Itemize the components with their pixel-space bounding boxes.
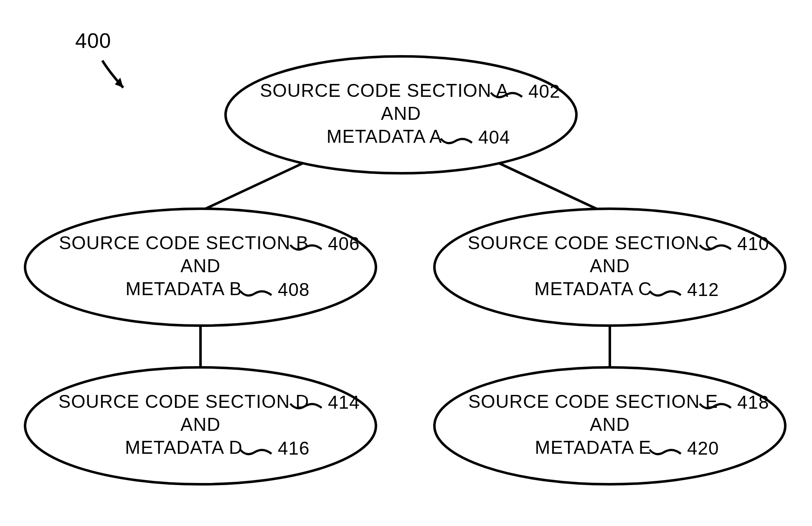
node-c-ref2: 412 xyxy=(687,279,719,300)
node-c-ref1: 410 xyxy=(737,233,769,254)
node-c-line3: METADATA C xyxy=(534,278,652,299)
node-e-ref1: 418 xyxy=(737,392,769,412)
node-a-ref2: 404 xyxy=(478,127,510,147)
node-c: SOURCE CODE SECTION C AND METADATA C 410… xyxy=(434,209,785,326)
node-a-line3: METADATA A xyxy=(327,126,442,147)
node-d-ref1: 414 xyxy=(328,392,360,412)
node-b-ref1: 406 xyxy=(328,233,360,254)
node-a-and: AND xyxy=(381,103,421,124)
node-b-and: AND xyxy=(180,255,221,276)
node-c-and: AND xyxy=(590,255,630,276)
figure-label: 400 xyxy=(75,29,111,53)
node-b-line1: SOURCE CODE SECTION B xyxy=(59,233,309,253)
node-a-ref1: 402 xyxy=(528,81,560,101)
node-e-line3: METADATA E xyxy=(535,437,652,458)
node-e-ref2: 420 xyxy=(687,438,719,458)
node-d-line1: SOURCE CODE SECTION D xyxy=(58,391,309,412)
node-d-line3: METADATA D xyxy=(125,437,242,458)
node-b: SOURCE CODE SECTION B AND METADATA B 406… xyxy=(25,209,376,326)
node-c-line1: SOURCE CODE SECTION C xyxy=(468,233,718,253)
node-e-and: AND xyxy=(590,414,630,435)
node-a-line1: SOURCE CODE SECTION A xyxy=(260,80,509,101)
node-d-and: AND xyxy=(180,414,221,435)
node-b-ref2: 408 xyxy=(278,279,310,300)
patent-figure-400: 400 SOURCE CODE SECTION A AND METADATA A… xyxy=(0,0,812,526)
node-e: SOURCE CODE SECTION E AND METADATA E 418… xyxy=(434,367,785,484)
node-e-line1: SOURCE CODE SECTION E xyxy=(468,391,718,412)
node-d-ref2: 416 xyxy=(278,438,310,458)
node-a: SOURCE CODE SECTION A AND METADATA A 402… xyxy=(226,56,576,173)
node-b-line3: METADATA B xyxy=(126,278,242,299)
node-d: SOURCE CODE SECTION D AND METADATA D 414… xyxy=(25,367,376,484)
